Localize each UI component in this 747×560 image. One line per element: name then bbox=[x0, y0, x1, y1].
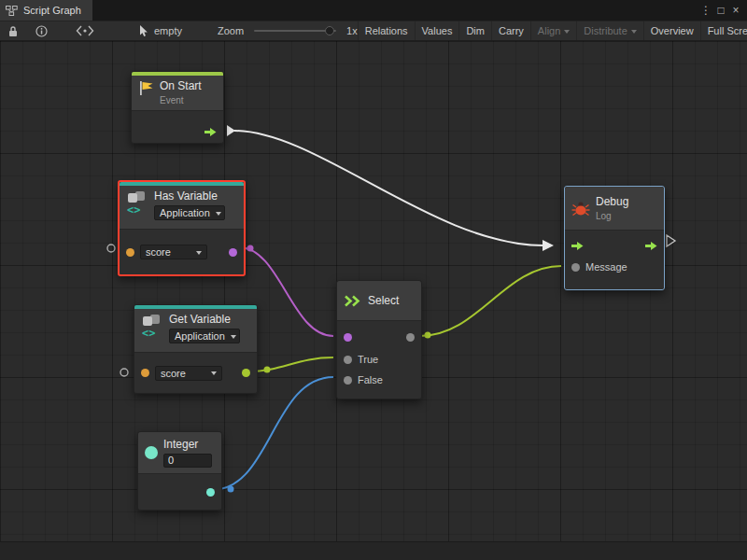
wire-integer-to-select[interactable] bbox=[212, 377, 333, 490]
node-title: Integer bbox=[163, 439, 212, 451]
window-menu-icon[interactable]: ⋮ bbox=[698, 4, 713, 17]
titlebar: Script Graph ⋮ □ × bbox=[0, 0, 747, 21]
wire-select-to-debuglog[interactable] bbox=[420, 266, 561, 336]
graph-canvas[interactable]: On Start Event <> Has Variable bbox=[0, 41, 747, 560]
graph-toolbar: empty Zoom 1x Relations Values Dim Carry… bbox=[0, 21, 747, 41]
node-on-start[interactable]: On Start Event bbox=[131, 71, 224, 144]
dropdown-value: Application bbox=[175, 330, 225, 342]
values-button[interactable]: Values bbox=[415, 21, 459, 40]
zoom-label: Zoom bbox=[218, 25, 244, 36]
chevron-down-icon bbox=[211, 371, 217, 375]
info-icon[interactable] bbox=[30, 21, 53, 40]
wire-endpoint-dot bbox=[264, 367, 271, 373]
variable-name-dropdown[interactable]: score bbox=[140, 245, 207, 259]
fullscreen-button[interactable]: Full Screen bbox=[700, 21, 747, 40]
svg-text:<>: <> bbox=[127, 203, 140, 215]
node-title: Debug bbox=[596, 196, 628, 208]
button-label: Full Screen bbox=[708, 25, 747, 36]
button-label: Align bbox=[538, 25, 560, 36]
chevron-down-icon bbox=[231, 335, 236, 339]
exit-output-port[interactable] bbox=[645, 241, 657, 251]
selection-status: empty bbox=[139, 25, 182, 37]
port-label: Message bbox=[585, 261, 627, 273]
variable-name-dropdown[interactable]: score bbox=[155, 366, 222, 381]
code-graph-icon[interactable] bbox=[70, 21, 100, 40]
chevron-down-icon bbox=[216, 212, 221, 216]
tab-script-graph[interactable]: Script Graph bbox=[0, 0, 92, 21]
node-subtitle: Log bbox=[596, 211, 628, 221]
overview-button[interactable]: Overview bbox=[643, 21, 700, 40]
condition-input-port[interactable] bbox=[344, 333, 352, 342]
variables-icon: <> bbox=[126, 190, 148, 215]
dropdown-value: Application bbox=[160, 207, 210, 218]
variable-scope-dropdown[interactable]: Application bbox=[169, 329, 240, 343]
variables-icon: <> bbox=[141, 314, 163, 338]
tab-label: Script Graph bbox=[23, 5, 81, 16]
getvariable-target-port[interactable] bbox=[120, 369, 128, 376]
lock-icon[interactable] bbox=[2, 21, 24, 40]
dim-button[interactable]: Dim bbox=[458, 21, 491, 40]
node-has-variable[interactable]: <> Has Variable Application score bbox=[118, 180, 246, 276]
wire-endpoint-dot bbox=[425, 332, 431, 339]
port-label: True bbox=[358, 354, 378, 365]
integer-output-port[interactable] bbox=[206, 488, 215, 497]
true-input-port[interactable] bbox=[344, 356, 352, 364]
selection-label: empty bbox=[154, 25, 182, 36]
select-icon bbox=[344, 295, 362, 307]
message-input-port[interactable] bbox=[571, 263, 580, 272]
relations-button[interactable]: Relations bbox=[358, 21, 415, 40]
debuglog-continue-arrow[interactable] bbox=[667, 235, 675, 246]
trigger-output-port[interactable] bbox=[204, 127, 217, 137]
name-input-port[interactable] bbox=[126, 248, 134, 257]
false-input-port[interactable] bbox=[344, 376, 352, 385]
hasvariable-target-port[interactable] bbox=[107, 245, 115, 252]
zoom-slider[interactable] bbox=[254, 30, 336, 32]
toolbar-buttons: Relations Values Dim Carry Align Distrib… bbox=[358, 21, 747, 40]
zoom-slider-knob[interactable] bbox=[325, 26, 334, 35]
variable-scope-dropdown[interactable]: Application bbox=[154, 205, 225, 220]
align-button[interactable]: Align bbox=[530, 21, 576, 40]
chevron-down-icon bbox=[196, 251, 202, 255]
script-graph-icon bbox=[6, 6, 18, 16]
zoom-value: 1x bbox=[346, 25, 358, 36]
value-output-port[interactable] bbox=[242, 369, 250, 377]
node-title: On Start bbox=[160, 80, 202, 92]
button-label: Relations bbox=[365, 25, 408, 36]
node-title: Has Variable bbox=[154, 190, 225, 203]
name-input-port[interactable] bbox=[141, 369, 149, 377]
svg-text:<>: <> bbox=[142, 327, 155, 338]
wire-endpoint-dot bbox=[228, 486, 234, 493]
node-integer[interactable]: Integer bbox=[137, 431, 222, 511]
node-subtitle: Event bbox=[160, 95, 202, 105]
wire-onstart-to-debuglog[interactable] bbox=[234, 131, 543, 245]
chevron-down-icon bbox=[564, 30, 570, 34]
button-label: Dim bbox=[466, 25, 485, 36]
cursor-icon bbox=[139, 25, 149, 37]
wire-getvariable-to-select[interactable] bbox=[248, 357, 333, 371]
chevron-down-icon bbox=[631, 30, 637, 34]
onstart-continue-arrow[interactable] bbox=[227, 125, 235, 136]
dropdown-value: score bbox=[161, 368, 186, 379]
canvas-bottom-strip bbox=[0, 541, 747, 560]
result-output-port[interactable] bbox=[229, 248, 237, 257]
integer-value-field[interactable] bbox=[163, 454, 212, 468]
node-debug-log[interactable]: Debug Log Message bbox=[564, 186, 665, 290]
selection-output-port[interactable] bbox=[406, 333, 415, 342]
port-label: False bbox=[358, 374, 383, 385]
button-label: Values bbox=[422, 25, 453, 36]
integer-icon bbox=[145, 446, 158, 459]
close-icon[interactable]: × bbox=[728, 4, 743, 17]
zoom-control: Zoom 1x bbox=[218, 25, 358, 36]
button-label: Overview bbox=[651, 25, 694, 36]
enter-input-port[interactable] bbox=[571, 241, 584, 251]
carry-button[interactable]: Carry bbox=[491, 21, 530, 40]
window-controls: ⋮ □ × bbox=[698, 4, 747, 17]
wire-endpoint-dot bbox=[247, 245, 254, 252]
maximize-icon[interactable]: □ bbox=[713, 4, 728, 17]
node-get-variable[interactable]: <> Get Variable Application score bbox=[134, 304, 258, 394]
node-select[interactable]: Select True False bbox=[336, 280, 422, 399]
dropdown-value: score bbox=[146, 246, 171, 258]
button-label: Carry bbox=[499, 25, 524, 36]
node-title: Get Variable bbox=[169, 314, 240, 326]
distribute-button[interactable]: Distribute bbox=[576, 21, 642, 40]
